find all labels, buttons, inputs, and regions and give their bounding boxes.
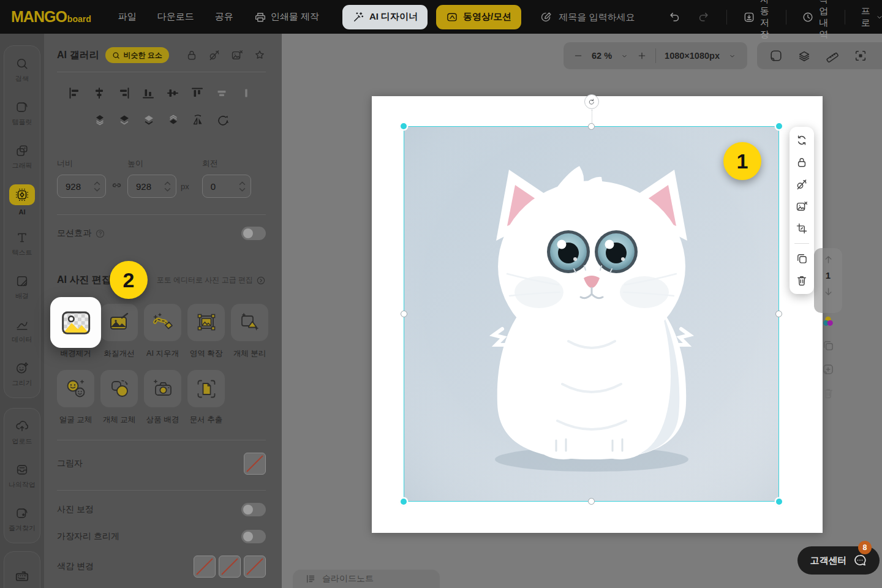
doc-extract-tile[interactable] (187, 370, 225, 407)
new-page-icon[interactable] (769, 49, 783, 62)
duplicate-page-icon[interactable] (821, 338, 835, 353)
mangoboard-logo[interactable]: MANGOboard (11, 8, 91, 26)
align-left-icon[interactable] (66, 85, 83, 101)
replace-refresh-icon[interactable] (794, 133, 809, 148)
help-icon[interactable] (95, 228, 105, 239)
motion-effect-toggle[interactable] (241, 227, 266, 240)
add-page-icon[interactable] (821, 362, 835, 377)
focus-select-icon[interactable] (854, 49, 867, 62)
sidebar-item-favorites[interactable]: 즐겨찾기 (4, 497, 40, 541)
rotation-stepper[interactable] (239, 181, 246, 192)
move-page-up-icon[interactable] (821, 252, 835, 266)
title-input[interactable] (559, 12, 650, 22)
bring-forward-icon[interactable] (116, 111, 132, 128)
tool-quality-improve[interactable]: 화질개선 (100, 304, 138, 359)
resize-handle-e[interactable] (775, 311, 782, 317)
menu-print[interactable]: 인쇄물 제작 (254, 11, 319, 23)
align-center-h-icon[interactable] (91, 85, 107, 101)
autosave-button[interactable]: 자동저장 (743, 0, 770, 40)
size-chevron-icon[interactable] (728, 52, 736, 60)
undo-button[interactable] (668, 10, 681, 24)
rotate-flip-icon[interactable] (214, 111, 230, 128)
delete-page-icon[interactable] (821, 386, 835, 401)
lock-icon[interactable] (186, 49, 198, 61)
zoom-out-button[interactable] (573, 51, 583, 61)
distribute-v-icon[interactable] (238, 85, 254, 101)
lock-icon[interactable] (794, 155, 809, 170)
pro-menu[interactable]: 프로 (861, 6, 882, 29)
bring-to-front-icon[interactable] (91, 111, 108, 128)
tool-area-expand[interactable]: 영역 확장 (187, 304, 225, 359)
ai-eraser-tile[interactable] (144, 304, 181, 341)
object-swap-tile[interactable] (100, 370, 138, 407)
shadow-none-swatch[interactable] (244, 453, 266, 475)
sidebar-item-my-work[interactable]: 나의작업 (4, 454, 40, 497)
resize-handle-nw[interactable] (401, 123, 407, 129)
send-to-back-icon[interactable] (165, 111, 181, 128)
sidebar-item-upload[interactable]: 업로드 (4, 410, 40, 454)
bg-remove-tile[interactable] (50, 297, 101, 348)
ruler-icon[interactable] (826, 49, 839, 62)
history-button[interactable]: 작업내역 (802, 0, 829, 40)
align-right-icon[interactable] (115, 85, 132, 101)
resize-handle-se[interactable] (776, 499, 782, 505)
redo-button[interactable] (697, 10, 710, 24)
rotate-handle[interactable] (584, 94, 599, 109)
resize-handle-n[interactable] (588, 123, 595, 130)
sidebar-item-text[interactable]: 텍스트 (4, 222, 40, 265)
color-swatch-1[interactable] (194, 556, 216, 578)
tool-product-bg[interactable]: 상품 배경 (144, 370, 181, 425)
slide-note-tab[interactable]: 슬라이드노트 (293, 570, 440, 588)
color-palette-icon[interactable] (821, 314, 835, 329)
zoom-in-button[interactable] (637, 51, 647, 61)
resize-handle-ne[interactable] (776, 123, 782, 129)
sidebar-item-graphics[interactable]: 그래픽 (4, 135, 40, 178)
link-dimensions-icon[interactable] (110, 179, 123, 192)
menu-file[interactable]: 파일 (118, 11, 137, 23)
advanced-edit-link[interactable]: 포토 에디터로 사진 고급 편집 (157, 275, 266, 285)
face-swap-tile[interactable] (57, 370, 94, 407)
menu-download[interactable]: 다운로드 (157, 11, 194, 23)
color-swatch-2[interactable] (219, 556, 241, 578)
customer-support-button[interactable]: 고객센터 8 (797, 546, 880, 575)
color-swatch-3[interactable] (244, 556, 266, 578)
send-backward-icon[interactable] (140, 111, 157, 128)
cat-image[interactable] (404, 127, 778, 501)
align-bottom-icon[interactable] (140, 85, 156, 101)
height-input[interactable]: 928 (127, 175, 176, 198)
tool-object-swap[interactable]: 개체 교체 (100, 370, 138, 425)
remove-image-icon[interactable] (231, 49, 243, 61)
area-expand-tile[interactable] (187, 304, 225, 341)
canvas-workspace[interactable]: 62 % 1080×1080px (282, 34, 882, 588)
align-center-v-icon[interactable] (164, 85, 181, 101)
tool-face-swap[interactable]: 얼굴 교체 (57, 370, 94, 425)
hide-eye-off-icon[interactable] (794, 177, 809, 192)
width-stepper[interactable] (94, 181, 100, 192)
width-input[interactable]: 928 (57, 175, 106, 198)
layers-icon[interactable] (797, 49, 811, 62)
tool-doc-extract[interactable]: 문서 추출 (187, 370, 225, 425)
crop-icon[interactable] (794, 221, 809, 236)
remove-image-icon[interactable] (794, 199, 809, 214)
resize-handle-w[interactable] (401, 311, 407, 317)
sidebar-item-data[interactable]: 데이터 (4, 309, 40, 352)
quality-improve-tile[interactable] (100, 304, 138, 341)
duplicate-icon[interactable] (794, 251, 809, 266)
keyboard-shortcuts-button[interactable] (14, 568, 30, 584)
similar-elements-button[interactable]: 비슷한 요소 (105, 47, 168, 63)
ai-designer-button[interactable]: AI 디자이너 (342, 5, 428, 29)
document-title-box[interactable] (540, 10, 650, 23)
rotation-input[interactable]: 0 (202, 175, 251, 198)
sidebar-item-background[interactable]: 배경 (4, 265, 40, 309)
tool-ai-eraser[interactable]: AI 지우개 (144, 304, 181, 359)
zoom-chevron-icon[interactable] (620, 52, 628, 60)
object-separate-tile[interactable] (231, 304, 268, 341)
sidebar-item-draw[interactable]: 그리기 (4, 352, 40, 396)
flip-horizontal-icon[interactable] (189, 111, 206, 128)
favorite-star-icon[interactable] (254, 49, 266, 61)
menu-share[interactable]: 공유 (215, 11, 233, 23)
sidebar-item-ai[interactable]: AI (4, 178, 40, 222)
sidebar-item-search[interactable]: 검색 (4, 48, 40, 91)
tool-object-separate[interactable]: 개체 분리 (231, 304, 268, 359)
hide-eye-off-icon[interactable] (208, 49, 221, 61)
